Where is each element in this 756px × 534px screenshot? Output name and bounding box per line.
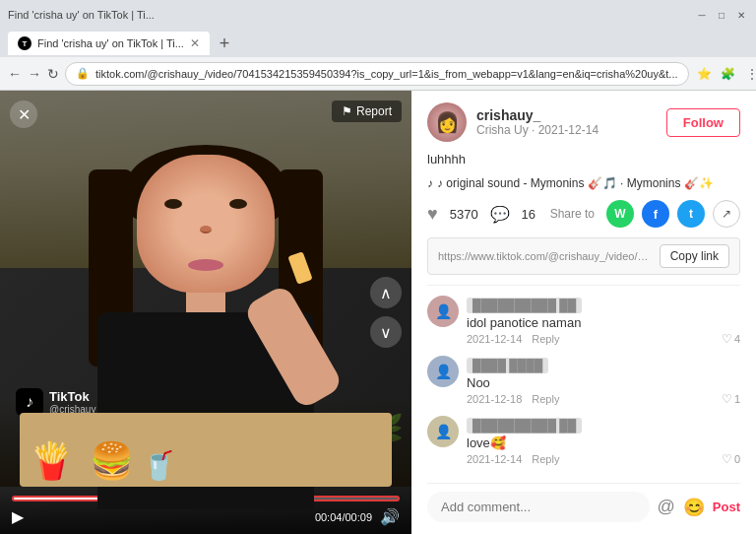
comment-body-1: ██████████ ██ idol panotice naman 2021-1… — [467, 296, 740, 346]
video-panel: 🌿🌿 🍟 🍔 🥤 ♪ — [0, 91, 411, 534]
left-eye — [164, 199, 182, 209]
title-bar: Find 'crisha uy' on TikTok | Ti... ─ □ ✕ — [0, 0, 756, 30]
comments-list: 👤 ██████████ ██ idol panotice naman 2021… — [427, 296, 740, 473]
comment-date-2: 2021-12-18 — [467, 393, 522, 405]
comment-text-1: idol panotice naman — [467, 315, 740, 330]
comment-meta-3: 2021-12-14 Reply ♡ 0 — [467, 452, 740, 466]
lock-icon: 🔒 — [76, 67, 90, 80]
user-avatar: 👩 — [427, 102, 467, 142]
minimize-button[interactable]: ─ — [695, 8, 709, 22]
comment-date-3: 2021-12-14 — [467, 453, 522, 465]
nav-bar: ← → ↻ 🔒 tiktok.com/@crishauy_/video/7041… — [0, 57, 756, 91]
comment-avatar-3: 👤 — [427, 416, 459, 447]
video-background: 🌿🌿 🍟 🍔 🥤 ♪ — [0, 91, 411, 534]
new-tab-button[interactable]: + — [214, 33, 235, 54]
comment-heart-icon-1: ♡ — [722, 332, 732, 346]
mouth — [188, 259, 223, 271]
active-tab[interactable]: T Find 'crisha uy' on TikTok | Ti... ✕ — [8, 32, 210, 55]
comment-like-1[interactable]: ♡ 4 — [722, 332, 740, 346]
bookmark-button[interactable]: ⭐ — [695, 64, 715, 84]
tab-label: Find 'crisha uy' on TikTok | Ti... — [37, 37, 184, 49]
play-button[interactable]: ▶ — [12, 507, 24, 526]
comment-date-1: 2021-12-14 — [467, 333, 522, 345]
face — [137, 155, 275, 293]
comment-username-3: ██████████ ██ — [467, 418, 582, 434]
back-button[interactable]: ← — [8, 62, 22, 86]
copy-link-button[interactable]: Copy link — [660, 244, 729, 268]
food-tray-area: 🍟 🍔 🥤 — [0, 398, 411, 487]
like-button[interactable]: ♥ — [427, 204, 438, 225]
maximize-button[interactable]: □ — [715, 8, 728, 22]
likes-count: 5370 — [450, 207, 478, 222]
comment-input[interactable] — [427, 492, 650, 522]
share-more-icon: ↗ — [722, 207, 731, 221]
menu-button[interactable]: ⋮ — [742, 64, 757, 84]
tab-close-button[interactable]: ✕ — [190, 36, 200, 50]
video-nav-arrows: ∧ ∨ — [370, 277, 402, 348]
share-icons: W f t ↗ — [606, 200, 740, 228]
more-share-button[interactable]: ↗ — [713, 200, 740, 228]
time-display: 00:04/00:09 — [315, 511, 372, 523]
username: crishauy_ — [476, 107, 657, 123]
comment-icon[interactable]: 💬 — [490, 205, 510, 224]
comment-heart-icon-3: ♡ — [722, 452, 732, 466]
window-controls: ─ □ ✕ — [695, 8, 748, 22]
right-eye — [229, 199, 247, 209]
comment-item: 👤 ██████████ ██ love🥰 2021-12-14 Reply ♡… — [427, 416, 740, 466]
tab-favicon: T — [18, 36, 32, 50]
at-icon[interactable]: @ — [658, 497, 675, 517]
share-label: Share to — [550, 207, 595, 221]
tab-bar: T Find 'crisha uy' on TikTok | Ti... ✕ + — [0, 30, 756, 57]
stats-row: ♥ 5370 💬 16 Share to W f t ↗ — [427, 200, 740, 228]
volume-button[interactable]: 🔊 — [380, 507, 400, 526]
fries-icon: 🍟 — [30, 440, 74, 482]
follow-button[interactable]: Follow — [666, 108, 740, 137]
add-comment-bar: @ 😊 Post — [427, 483, 740, 522]
next-video-button[interactable]: ∨ — [370, 316, 402, 348]
comments-count: 16 — [522, 207, 536, 222]
sound-info: ♪ ♪ original sound - Mymonins 🎸🎵 · Mymon… — [427, 176, 740, 190]
comment-text-2: Noo — [467, 375, 740, 390]
nav-actions: ⭐ 🧩 ⋮ — [695, 64, 757, 84]
comment-body-2: ████ ████ Noo 2021-12-18 Reply ♡ 1 — [467, 356, 740, 406]
right-panel: 👩 crishauy_ Crisha Uy · 2021-12-14 Follo… — [411, 91, 756, 534]
twitter-share-button[interactable]: t — [677, 200, 705, 228]
flag-icon: ⚑ — [342, 104, 352, 118]
video-caption: luhhhh — [427, 152, 740, 167]
user-details: crishauy_ Crisha Uy · 2021-12-14 — [476, 107, 657, 137]
sound-text: ♪ original sound - Mymonins 🎸🎵 · Mymonin… — [437, 176, 714, 190]
facebook-share-button[interactable]: f — [642, 200, 669, 228]
comment-like-2[interactable]: ♡ 1 — [722, 392, 740, 406]
close-video-button[interactable]: ✕ — [10, 100, 37, 128]
extensions-button[interactable]: 🧩 — [719, 64, 738, 84]
comment-avatar-1: 👤 — [427, 296, 459, 327]
comment-meta-2: 2021-12-18 Reply ♡ 1 — [467, 392, 740, 406]
comment-item: 👤 ████ ████ Noo 2021-12-18 Reply ♡ 1 — [427, 356, 740, 406]
video-link: https://www.tiktok.com/@crishauy_/video/… — [438, 250, 652, 262]
close-window-button[interactable]: ✕ — [734, 8, 748, 22]
comment-username-2: ████ ████ — [467, 358, 548, 373]
comment-item: 👤 ██████████ ██ idol panotice naman 2021… — [427, 296, 740, 346]
comment-like-3[interactable]: ♡ 0 — [722, 452, 740, 466]
comment-heart-icon-2: ♡ — [722, 392, 732, 406]
burger-icon: 🍔 — [90, 440, 134, 482]
report-button[interactable]: ⚑ Report — [332, 100, 402, 122]
forward-button[interactable]: → — [28, 62, 41, 86]
reply-button-1[interactable]: Reply — [532, 333, 559, 345]
reply-button-2[interactable]: Reply — [532, 393, 559, 405]
whatsapp-share-button[interactable]: W — [606, 200, 634, 228]
comment-avatar-2: 👤 — [427, 356, 459, 387]
prev-video-button[interactable]: ∧ — [370, 277, 402, 308]
controls-row: ▶ 00:04/00:09 🔊 — [12, 507, 400, 526]
reply-button-3[interactable]: Reply — [532, 453, 559, 465]
browser-chrome: Find 'crisha uy' on TikTok | Ti... ─ □ ✕… — [0, 0, 756, 91]
emoji-icon[interactable]: 😊 — [683, 497, 705, 518]
link-row: https://www.tiktok.com/@crishauy_/video/… — [427, 237, 740, 275]
post-comment-button[interactable]: Post — [713, 500, 740, 514]
refresh-button[interactable]: ↻ — [47, 62, 59, 86]
comment-body-3: ██████████ ██ love🥰 2021-12-14 Reply ♡ 0 — [467, 416, 740, 466]
music-note-icon: ♪ — [427, 176, 433, 190]
address-bar[interactable]: 🔒 tiktok.com/@crishauy_/video/7041534215… — [65, 62, 689, 86]
window-title: Find 'crisha uy' on TikTok | Ti... — [8, 9, 155, 21]
comment-meta-1: 2021-12-14 Reply ♡ 4 — [467, 332, 740, 346]
